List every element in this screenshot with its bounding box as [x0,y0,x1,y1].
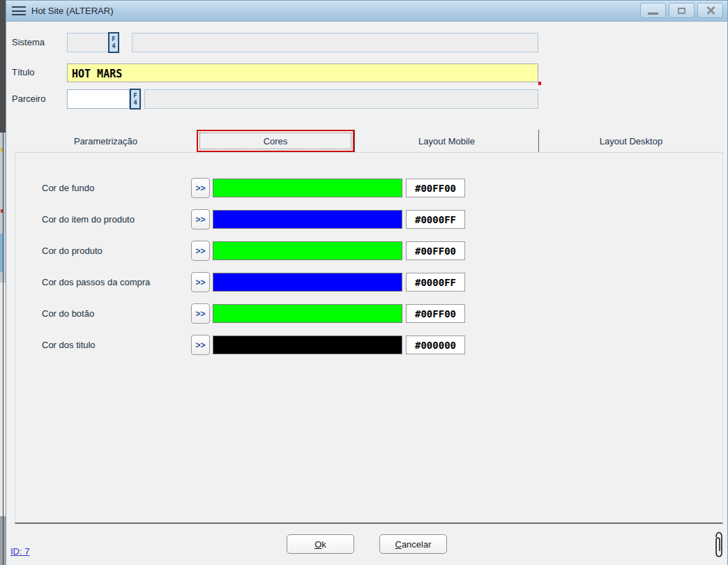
color-picker-button[interactable]: >> [191,303,210,324]
color-row-label: Cor do botão [42,308,94,319]
parceiro-f4-button[interactable]: F4 [130,89,141,110]
maximize-icon [678,8,685,14]
color-hex-value[interactable]: #0000FF [406,210,465,229]
color-row-item-produto: Cor do item do produto >> #0000FF [15,209,722,230]
tab-strip: Parametrização Cores Layout Mobile Layou… [15,130,723,152]
color-hex-value[interactable]: #00FF00 [406,304,465,323]
color-row-titulo: Cor dos titulo >> #000000 [15,335,722,356]
parceiro-description-field [144,89,538,109]
cores-tab-panel: Cor de fundo >> #00FF00 Cor do item do p… [15,152,723,524]
background-window-strip [0,0,6,565]
tab-parametrizacao[interactable]: Parametrização [15,130,197,152]
menu-icon[interactable] [12,6,26,15]
titulo-label: Título [12,67,35,77]
minimize-icon [648,13,658,15]
sistema-label: Sistema [12,37,45,47]
color-hex-value[interactable]: #000000 [406,336,465,354]
color-row-label: Cor do produto [42,246,103,256]
tab-layout-desktop[interactable]: Layout Desktop [538,130,723,152]
color-row-label: Cor dos passos da compra [42,277,150,287]
parceiro-label: Parceiro [12,93,45,104]
color-hex-value[interactable]: #0000FF [406,273,465,292]
tab-layout-mobile[interactable]: Layout Mobile [354,130,538,152]
color-row-botao: Cor do botão >> #00FF00 [15,303,722,324]
color-swatch[interactable] [213,336,402,354]
background-window-strip [3,133,3,565]
color-picker-button[interactable]: >> [191,241,210,261]
color-row-fundo: Cor de fundo >> #00FF00 [15,178,722,199]
minimize-button[interactable] [640,3,666,18]
color-row-passos-compra: Cor dos passos da compra >> #0000FF [15,272,722,293]
f4-icon: F [133,92,137,99]
parceiro-code-field[interactable] [67,89,130,109]
id-link[interactable]: ID: 7 [10,546,29,557]
paperclip-icon [713,531,725,559]
ok-button[interactable]: Ok [287,534,354,554]
color-row-produto: Cor do produto >> #00FF00 [15,241,722,262]
f4-icon: 4 [133,99,137,106]
hot-site-dialog: Hot Site (ALTERAR) Sistema F4 Título Par… [6,0,728,565]
sistema-description-field [132,33,538,52]
color-swatch[interactable] [213,179,402,197]
tab-cores[interactable]: Cores [197,130,354,152]
titulo-input[interactable] [67,63,538,82]
f4-icon: 4 [112,43,115,50]
window-title: Hot Site (ALTERAR) [31,6,114,16]
color-swatch[interactable] [213,241,402,260]
f4-icon: F [112,36,115,43]
background-window-strip [0,0,6,133]
close-icon [706,6,715,15]
ok-button-label: Ok [314,539,326,550]
color-swatch[interactable] [213,273,402,292]
color-picker-button[interactable]: >> [191,335,210,355]
color-hex-value[interactable]: #00FF00 [406,241,465,260]
color-row-label: Cor dos titulo [42,340,96,350]
cancelar-button-label: Cancelar [395,539,431,550]
color-picker-button[interactable]: >> [191,209,210,229]
color-row-label: Cor do item do produto [42,214,135,225]
title-bar[interactable]: Hot Site (ALTERAR) [6,1,727,22]
color-picker-button[interactable]: >> [191,178,210,198]
sistema-f4-button[interactable]: F4 [108,32,119,53]
color-swatch[interactable] [213,210,402,229]
color-row-label: Cor de fundo [42,183,94,193]
close-button[interactable] [697,3,723,18]
required-marker [538,82,541,85]
cancelar-button[interactable]: Cancelar [379,534,447,554]
color-hex-value[interactable]: #00FF00 [406,179,465,197]
maximize-button[interactable] [669,3,695,18]
color-picker-button[interactable]: >> [191,272,210,292]
color-swatch[interactable] [213,304,402,323]
